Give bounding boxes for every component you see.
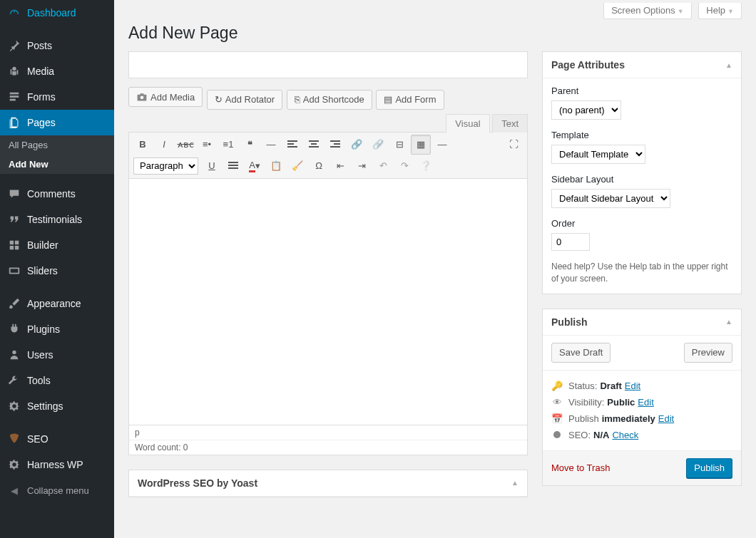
page-title-input[interactable] bbox=[128, 51, 528, 78]
sidebar-layout-label: Sidebar Layout bbox=[551, 174, 732, 185]
special-char-button[interactable]: Ω bbox=[309, 156, 329, 176]
sidebar-item-posts[interactable]: Posts bbox=[0, 33, 114, 58]
help-button[interactable]: Help▼ bbox=[698, 3, 742, 19]
fullscreen-button[interactable]: ⛶ bbox=[504, 135, 523, 155]
align-center-button[interactable] bbox=[304, 135, 324, 155]
clear-formatting-button[interactable]: 🧹 bbox=[287, 156, 307, 176]
screen-meta: Screen Options▼ Help▼ bbox=[128, 0, 742, 19]
page-attributes-box: Page Attributes ▲ Parent (no parent) Tem… bbox=[542, 51, 742, 294]
sidebar-item-harness[interactable]: Harness WP bbox=[0, 452, 114, 477]
add-media-button[interactable]: Add Media bbox=[128, 87, 203, 107]
chevron-down-icon: ▼ bbox=[727, 8, 734, 15]
rotator-icon: ↻ bbox=[215, 94, 223, 105]
sidebar-item-forms[interactable]: Forms bbox=[0, 84, 114, 110]
help-button[interactable]: ❔ bbox=[416, 156, 436, 176]
parent-select[interactable]: (no parent) bbox=[551, 100, 621, 120]
text-color-button[interactable]: A ▾ bbox=[245, 156, 265, 176]
svg-point-12 bbox=[141, 95, 144, 99]
tab-visual[interactable]: Visual bbox=[446, 114, 489, 133]
svg-rect-14 bbox=[287, 140, 297, 142]
plug-icon bbox=[7, 322, 21, 336]
preview-button[interactable]: Preview bbox=[684, 343, 732, 363]
sidebar-item-settings[interactable]: Settings bbox=[0, 393, 114, 419]
sidebar-item-users[interactable]: Users bbox=[0, 342, 114, 368]
sidebar-item-dashboard[interactable]: Dashboard bbox=[0, 0, 114, 26]
sidebar-item-testimonials[interactable]: Testimonials bbox=[0, 207, 114, 232]
sidebar-item-builder[interactable]: Builder bbox=[0, 232, 114, 258]
element-path[interactable]: p bbox=[129, 425, 527, 440]
add-shortcode-button[interactable]: ⎘Add Shortcode bbox=[287, 90, 372, 110]
toolbar-toggle-button[interactable]: ▦ bbox=[411, 135, 431, 155]
edit-visibility-link[interactable]: Edit bbox=[638, 397, 653, 408]
distraction-free-button[interactable]: — bbox=[432, 135, 452, 155]
submenu-add-new[interactable]: Add New bbox=[0, 155, 114, 174]
bullet-list-button[interactable]: ≡• bbox=[197, 135, 217, 155]
submenu-all-pages[interactable]: All Pages bbox=[0, 135, 114, 155]
shortcode-icon: ⎘ bbox=[295, 94, 300, 105]
svg-rect-7 bbox=[15, 246, 19, 249]
wrench-icon bbox=[7, 373, 21, 388]
sidebar-item-tools[interactable]: Tools bbox=[0, 368, 114, 393]
svg-rect-17 bbox=[309, 140, 319, 142]
svg-rect-24 bbox=[228, 165, 238, 166]
tab-text[interactable]: Text bbox=[492, 114, 528, 133]
format-select[interactable]: Paragraph bbox=[133, 157, 198, 175]
unlink-button[interactable]: 🔗̸ bbox=[368, 135, 388, 155]
sidebar-item-label: Collapse menu bbox=[27, 485, 89, 496]
sidebar-item-pages[interactable]: Pages bbox=[0, 110, 114, 135]
paste-text-button[interactable]: 📋 bbox=[266, 156, 286, 176]
align-right-button[interactable] bbox=[325, 135, 345, 155]
grid-icon bbox=[7, 238, 21, 252]
editor-tabs: Visual Text bbox=[446, 114, 528, 133]
add-form-button[interactable]: ▤Add Form bbox=[376, 90, 444, 110]
readmore-button[interactable]: ⊟ bbox=[389, 135, 409, 155]
media-icon bbox=[7, 64, 21, 78]
sidebar-item-label: Posts bbox=[27, 40, 52, 51]
yoast-seo-header[interactable]: WordPress SEO by Yoast ▲ bbox=[129, 470, 527, 497]
italic-button[interactable]: I bbox=[154, 135, 174, 155]
edit-schedule-link[interactable]: Edit bbox=[658, 413, 674, 424]
hr-button[interactable]: — bbox=[261, 135, 281, 155]
save-draft-button[interactable]: Save Draft bbox=[551, 343, 611, 363]
edit-status-link[interactable]: Edit bbox=[625, 381, 640, 391]
template-select[interactable]: Default Template bbox=[551, 145, 645, 164]
status-row: 🔑 Status: Draft Edit bbox=[551, 378, 732, 394]
numbered-list-button[interactable]: ≡1 bbox=[218, 135, 238, 155]
svg-rect-21 bbox=[334, 143, 340, 145]
publish-header[interactable]: Publish ▲ bbox=[543, 309, 741, 336]
editor-content[interactable] bbox=[128, 179, 528, 425]
visibility-row: 👁 Visibility: Public Edit bbox=[551, 394, 732, 410]
sidebar-item-media[interactable]: Media bbox=[0, 58, 114, 84]
yoast-seo-box: WordPress SEO by Yoast ▲ bbox=[128, 470, 528, 497]
link-button[interactable]: 🔗 bbox=[347, 135, 367, 155]
sidebar-item-seo[interactable]: SEO bbox=[0, 426, 114, 452]
move-to-trash-link[interactable]: Move to Trash bbox=[551, 462, 610, 473]
svg-rect-13 bbox=[141, 93, 144, 95]
bold-button[interactable]: B bbox=[133, 135, 153, 155]
outdent-button[interactable]: ⇤ bbox=[330, 156, 350, 176]
undo-button[interactable]: ↶ bbox=[373, 156, 393, 176]
comment-icon bbox=[7, 187, 21, 201]
strike-button[interactable]: ᴀʙᴄ bbox=[175, 135, 195, 155]
screen-options-button[interactable]: Screen Options▼ bbox=[603, 3, 692, 19]
add-rotator-button[interactable]: ↻Add Rotator bbox=[207, 90, 282, 110]
justify-button[interactable] bbox=[223, 156, 243, 176]
publish-button[interactable]: Publish bbox=[686, 458, 732, 478]
blockquote-button[interactable]: ❝ bbox=[240, 135, 260, 155]
sidebar-item-sliders[interactable]: Sliders bbox=[0, 258, 114, 284]
sidebar-item-appearance[interactable]: Appearance bbox=[0, 291, 114, 316]
indent-button[interactable]: ⇥ bbox=[352, 156, 372, 176]
sidebar-item-label: Appearance bbox=[27, 298, 81, 309]
underline-button[interactable]: U bbox=[202, 156, 222, 176]
align-left-button[interactable] bbox=[282, 135, 302, 155]
sidebar-layout-select[interactable]: Default Sidebar Layout bbox=[551, 189, 670, 208]
order-input[interactable] bbox=[551, 233, 590, 251]
sidebar-item-label: Forms bbox=[27, 91, 56, 103]
collapse-menu[interactable]: ◀ Collapse menu bbox=[0, 477, 114, 503]
sidebar-item-plugins[interactable]: Plugins bbox=[0, 316, 114, 342]
sidebar-item-label: Sliders bbox=[27, 265, 58, 276]
check-seo-link[interactable]: Check bbox=[612, 430, 638, 440]
page-attributes-header[interactable]: Page Attributes ▲ bbox=[543, 52, 741, 78]
redo-button[interactable]: ↷ bbox=[394, 156, 414, 176]
sidebar-item-comments[interactable]: Comments bbox=[0, 181, 114, 207]
